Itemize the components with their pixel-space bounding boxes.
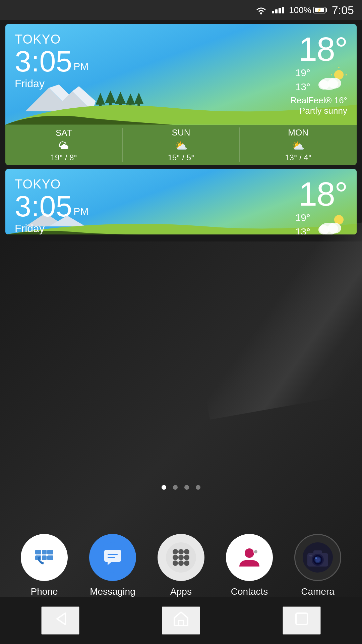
widget2-temp-main: 18° xyxy=(299,177,347,211)
messaging-icon[interactable] xyxy=(89,534,136,581)
page-indicators xyxy=(0,485,362,490)
svg-rect-64 xyxy=(296,613,307,625)
svg-rect-38 xyxy=(108,557,115,558)
widget2-right: 18° 19° 13° RealFeel® 16° xyxy=(290,177,347,234)
weather-condition-icon2 xyxy=(317,211,347,234)
svg-marker-61 xyxy=(57,613,65,625)
contacts-icon[interactable] xyxy=(226,534,273,581)
svg-rect-60 xyxy=(309,555,312,556)
page-dot-1 xyxy=(162,485,166,490)
dock-contacts-label: Contacts xyxy=(231,586,268,597)
recents-button[interactable] xyxy=(283,606,321,635)
status-time: 7:05 xyxy=(332,4,354,17)
forecast-sat: SAT 🌥 19° / 8° xyxy=(5,128,123,162)
svg-point-8 xyxy=(318,80,329,90)
forecast-mon: MON ⛅ 13° / 4° xyxy=(240,127,357,162)
svg-rect-37 xyxy=(108,554,118,555)
widget1-right: 18° 19° 13° xyxy=(290,32,347,116)
forecast-sun: SUN ⛅ 15° / 5° xyxy=(123,127,240,162)
svg-point-26 xyxy=(318,225,329,234)
status-bar: 100% ⚡ 7:05 xyxy=(0,0,362,20)
wifi-icon xyxy=(255,6,267,14)
widget1-condition: Partly sunny xyxy=(299,106,347,116)
wallpaper-swoosh xyxy=(181,219,362,420)
apps-icon[interactable] xyxy=(158,534,204,581)
svg-point-0 xyxy=(260,12,262,14)
camera-icon-svg xyxy=(303,542,333,573)
dock-phone[interactable]: Phone xyxy=(21,534,68,597)
nav-bar xyxy=(0,597,362,644)
signal-icon xyxy=(272,7,284,13)
widget2-time: 3:05PM xyxy=(15,192,88,221)
svg-point-46 xyxy=(173,560,178,566)
phone-icon[interactable] xyxy=(21,534,68,581)
svg-marker-62 xyxy=(174,612,188,626)
dock-apps[interactable]: Apps xyxy=(158,534,204,597)
recents-icon xyxy=(293,610,310,627)
weather-widget-compact[interactable]: TOKYO 3:05PM Friday 18° 19° 13° xyxy=(5,169,357,234)
svg-point-59 xyxy=(315,557,317,559)
widget1-time: 3:05PM xyxy=(15,47,88,76)
svg-point-43 xyxy=(173,555,178,560)
contacts-icon-svg xyxy=(234,542,264,573)
svg-rect-63 xyxy=(179,621,183,626)
widget2-day: Friday xyxy=(15,222,88,234)
dock-camera[interactable]: Camera xyxy=(294,534,341,597)
page-dot-3 xyxy=(184,485,189,490)
dock: Phone Messaging xyxy=(0,534,362,597)
dock-contacts[interactable]: Contacts xyxy=(226,534,273,597)
widget1-day: Friday xyxy=(15,77,88,90)
home-button[interactable] xyxy=(162,606,200,635)
svg-point-45 xyxy=(184,555,189,560)
dock-messaging-label: Messaging xyxy=(90,586,135,597)
dock-apps-label: Apps xyxy=(170,586,192,597)
dock-phone-label: Phone xyxy=(31,586,58,597)
widget2-temp-range: 19° 13° xyxy=(295,211,310,234)
phone-icon-svg xyxy=(29,542,59,573)
widget1-temp-range: 19° 13° xyxy=(295,66,310,94)
widget1-left: TOKYO 3:05PM Friday xyxy=(15,32,88,90)
widget1-realfeel: RealFeel® 16° xyxy=(290,95,347,106)
page-dot-4 xyxy=(196,485,200,490)
home-icon xyxy=(173,610,189,627)
svg-point-7 xyxy=(328,78,341,89)
weather-condition-icon xyxy=(317,66,347,93)
svg-point-44 xyxy=(178,555,184,560)
charging-icon: ⚡ xyxy=(317,8,322,12)
svg-point-42 xyxy=(184,549,189,554)
dock-camera-label: Camera xyxy=(301,586,335,597)
svg-point-40 xyxy=(173,549,178,554)
battery-percentage: 100% xyxy=(289,5,311,15)
svg-point-51 xyxy=(254,550,258,554)
page-dot-2 xyxy=(173,485,178,490)
svg-point-25 xyxy=(328,223,341,233)
apps-icon-svg xyxy=(166,542,196,573)
svg-rect-35 xyxy=(47,555,53,560)
dock-messaging[interactable]: Messaging xyxy=(89,534,136,597)
widget2-left: TOKYO 3:05PM Friday xyxy=(15,177,88,234)
battery-indicator: 100% ⚡ xyxy=(289,5,327,15)
svg-point-48 xyxy=(184,560,189,566)
back-button[interactable] xyxy=(41,606,79,635)
svg-rect-34 xyxy=(42,555,47,560)
svg-point-50 xyxy=(245,548,254,558)
svg-rect-30 xyxy=(35,550,41,554)
svg-point-41 xyxy=(178,549,184,554)
back-icon xyxy=(52,610,69,627)
svg-rect-31 xyxy=(42,550,47,554)
widget1-temp-main: 18° xyxy=(299,32,347,66)
svg-rect-32 xyxy=(47,550,53,554)
forecast-strip[interactable]: SAT 🌥 19° / 8° SUN ⛅ 15° / 5° MON ⛅ 13° … xyxy=(5,125,357,165)
messaging-icon-svg xyxy=(98,542,128,573)
svg-point-47 xyxy=(178,560,184,566)
camera-icon[interactable] xyxy=(294,534,341,581)
widgets-area: TOKYO 3:05PM Friday 18° 19° 13° xyxy=(0,20,362,234)
weather-widget-full[interactable]: TOKYO 3:05PM Friday 18° 19° 13° xyxy=(5,24,357,165)
